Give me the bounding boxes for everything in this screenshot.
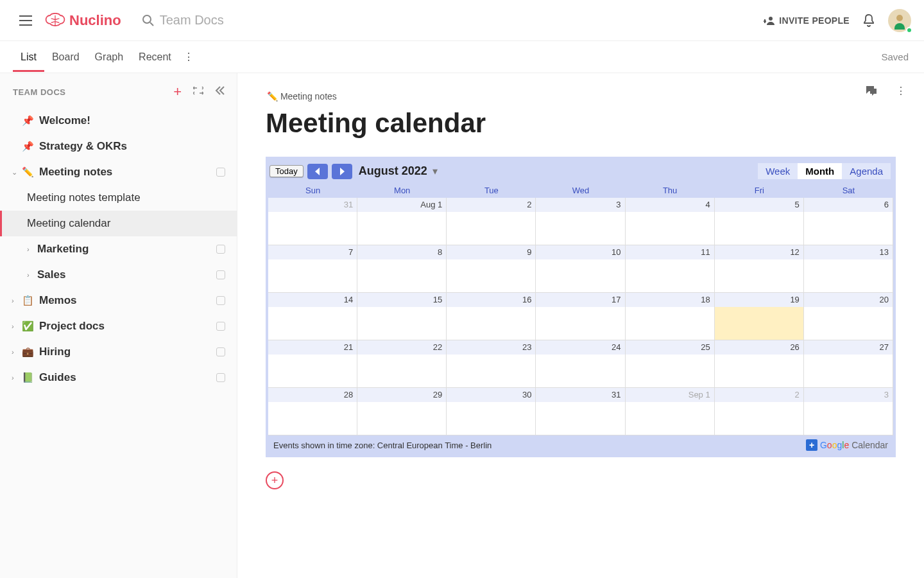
sidebar-item-project-docs[interactable]: ✅Project docs bbox=[0, 313, 237, 339]
next-month-button[interactable] bbox=[332, 164, 352, 179]
calendar-date-cell[interactable]: 31 bbox=[268, 198, 357, 212]
calendar-body-cell[interactable] bbox=[357, 402, 447, 435]
calendar-date-cell[interactable]: 20 bbox=[804, 293, 893, 307]
calendar-body-cell[interactable] bbox=[715, 355, 804, 388]
calendar-body-cell[interactable] bbox=[268, 307, 357, 340]
avatar[interactable] bbox=[888, 9, 911, 32]
calendar-body-cell[interactable] bbox=[268, 355, 357, 388]
calendar-body-cell[interactable] bbox=[268, 402, 357, 435]
prev-month-button[interactable] bbox=[307, 164, 328, 179]
calendar-body-cell[interactable] bbox=[626, 259, 715, 293]
calendar-body-cell[interactable] bbox=[536, 402, 625, 435]
doc-more-button[interactable]: ⋮ bbox=[896, 85, 906, 99]
calendar-date-cell[interactable]: 15 bbox=[357, 293, 447, 307]
calendar-date-cell[interactable]: 4 bbox=[626, 198, 715, 212]
calendar-body-cell[interactable] bbox=[447, 307, 536, 340]
calendar-date-cell[interactable]: 13 bbox=[804, 245, 893, 259]
calendar-body-cell[interactable] bbox=[715, 259, 804, 293]
breadcrumb[interactable]: ✏️ Meeting notes bbox=[267, 91, 896, 101]
calendar-body-cell[interactable] bbox=[715, 212, 804, 245]
calendar-body-cell[interactable] bbox=[357, 259, 447, 293]
checkbox-icon[interactable] bbox=[216, 270, 225, 279]
calendar-body-cell[interactable] bbox=[447, 259, 536, 293]
sidebar-item-hiring[interactable]: 💼Hiring bbox=[0, 339, 237, 365]
add-block-button[interactable]: + bbox=[266, 471, 284, 489]
calendar-date-cell[interactable]: 3 bbox=[536, 198, 625, 212]
calendar-date-cell[interactable]: 30 bbox=[447, 388, 536, 402]
calendar-body-cell[interactable] bbox=[357, 355, 447, 388]
menu-button[interactable] bbox=[13, 8, 38, 33]
calendar-date-cell[interactable]: 24 bbox=[536, 340, 625, 355]
calendar-date-cell[interactable]: 29 bbox=[357, 388, 447, 402]
calendar-date-cell[interactable]: 22 bbox=[357, 340, 447, 355]
calendar-body-cell[interactable] bbox=[447, 402, 536, 435]
calendar-body-cell[interactable] bbox=[357, 212, 447, 245]
calendar-body-cell[interactable] bbox=[268, 212, 357, 245]
month-dropdown[interactable]: ▾ bbox=[432, 165, 438, 177]
calendar-date-cell[interactable]: 11 bbox=[626, 245, 715, 259]
sidebar-item-memos[interactable]: 📋Memos bbox=[0, 288, 237, 313]
checkbox-icon[interactable] bbox=[216, 347, 225, 356]
calendar-body-cell[interactable] bbox=[536, 259, 625, 293]
invite-people-button[interactable]: INVITE PEOPLE bbox=[764, 15, 850, 26]
calendar-date-cell[interactable]: 6 bbox=[804, 198, 893, 212]
calendar-body-cell[interactable] bbox=[804, 259, 893, 293]
calendar-body-cell[interactable] bbox=[268, 259, 357, 293]
checkbox-icon[interactable] bbox=[216, 322, 225, 331]
calendar-date-cell[interactable]: 21 bbox=[268, 340, 357, 355]
sidebar-item-meeting-notes[interactable]: ✏️Meeting notes bbox=[0, 159, 237, 185]
expand-icon[interactable] bbox=[193, 85, 203, 98]
calendar-body-cell[interactable] bbox=[804, 355, 893, 388]
calendar-date-cell[interactable]: 12 bbox=[715, 245, 804, 259]
calendar-date-cell[interactable]: 2 bbox=[715, 388, 804, 402]
calendar-date-cell[interactable]: 19 bbox=[715, 293, 804, 307]
view-tab-month[interactable]: Month bbox=[798, 163, 842, 179]
calendar-body-cell[interactable] bbox=[536, 212, 625, 245]
search[interactable] bbox=[142, 13, 327, 28]
calendar-body-cell[interactable] bbox=[804, 307, 893, 340]
calendar-body-cell[interactable] bbox=[626, 355, 715, 388]
tab-list[interactable]: List bbox=[13, 42, 44, 72]
calendar-date-cell[interactable]: 17 bbox=[536, 293, 625, 307]
today-button[interactable]: Today bbox=[270, 165, 304, 177]
calendar-date-cell[interactable]: 7 bbox=[268, 245, 357, 259]
tab-graph[interactable]: Graph bbox=[87, 42, 131, 72]
calendar-date-cell[interactable]: 14 bbox=[268, 293, 357, 307]
calendar-body-cell[interactable] bbox=[447, 355, 536, 388]
comments-button[interactable] bbox=[865, 85, 878, 99]
tab-board[interactable]: Board bbox=[44, 42, 87, 72]
add-item-button[interactable]: + bbox=[173, 85, 182, 99]
calendar-date-cell[interactable]: Aug 1 bbox=[357, 198, 447, 212]
checkbox-icon[interactable] bbox=[216, 296, 225, 305]
sidebar-item-meeting-notes-template[interactable]: Meeting notes template bbox=[0, 185, 237, 211]
search-input[interactable] bbox=[160, 13, 327, 28]
sidebar-item-guides[interactable]: 📗Guides bbox=[0, 365, 237, 390]
calendar-date-cell[interactable]: 8 bbox=[357, 245, 447, 259]
calendar-body-cell[interactable] bbox=[626, 212, 715, 245]
calendar-date-cell[interactable]: 5 bbox=[715, 198, 804, 212]
calendar-date-cell[interactable]: 28 bbox=[268, 388, 357, 402]
sidebar-item-meeting-calendar[interactable]: Meeting calendar bbox=[0, 211, 237, 236]
calendar-date-cell[interactable]: 2 bbox=[447, 198, 536, 212]
calendar-date-cell[interactable]: 23 bbox=[447, 340, 536, 355]
calendar-date-cell[interactable]: 3 bbox=[804, 388, 893, 402]
checkbox-icon[interactable] bbox=[216, 168, 225, 177]
calendar-body-cell[interactable] bbox=[804, 402, 893, 435]
calendar-date-cell[interactable]: 26 bbox=[715, 340, 804, 355]
calendar-date-cell[interactable]: 18 bbox=[626, 293, 715, 307]
logo[interactable]: Nuclino bbox=[45, 12, 121, 29]
calendar-date-cell[interactable]: 31 bbox=[536, 388, 625, 402]
calendar-date-cell[interactable]: 9 bbox=[447, 245, 536, 259]
checkbox-icon[interactable] bbox=[216, 373, 225, 382]
calendar-date-cell[interactable]: 25 bbox=[626, 340, 715, 355]
google-calendar-link[interactable]: + Google Calendar bbox=[806, 439, 888, 451]
calendar-body-cell[interactable] bbox=[536, 355, 625, 388]
tab-recent[interactable]: Recent bbox=[131, 42, 179, 72]
sidebar-item-strategy-okrs[interactable]: 📌Strategy & OKRs bbox=[0, 134, 237, 159]
calendar-body-cell[interactable] bbox=[536, 307, 625, 340]
calendar-body-cell[interactable] bbox=[447, 212, 536, 245]
notifications-button[interactable] bbox=[856, 8, 882, 33]
checkbox-icon[interactable] bbox=[216, 245, 225, 254]
calendar-body-cell[interactable] bbox=[715, 402, 804, 435]
tabs-more-button[interactable]: ⋮ bbox=[179, 51, 198, 63]
